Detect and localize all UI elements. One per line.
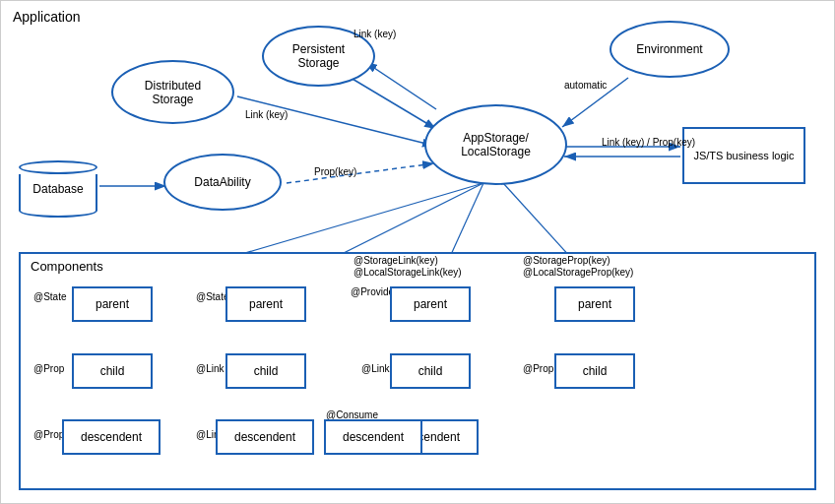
- prop-label-4: @Prop: [523, 363, 553, 374]
- storage-link-label-2: @LocalStorageLink(key): [353, 267, 462, 278]
- parent-node-1: parent: [72, 286, 153, 322]
- storage-link-label-1: @StorageLink(key): [353, 255, 438, 266]
- parent-node-3: parent: [390, 286, 471, 322]
- descendent-node-2: descendent: [216, 419, 314, 455]
- link-label-1: @Link: [196, 363, 225, 374]
- svg-line-5: [237, 96, 434, 146]
- link-label-3: @Link: [361, 363, 390, 374]
- parent-node-2: parent: [225, 286, 306, 322]
- parent-node-4: parent: [554, 286, 635, 322]
- provide-label: @Provide: [351, 286, 394, 297]
- descendent-node-1: descendent: [62, 419, 161, 455]
- link-key-label-2: Link (key): [245, 109, 288, 120]
- svg-line-3: [365, 62, 436, 109]
- distributed-storage-node: Distributed Storage: [111, 60, 234, 124]
- diagram-container: Application: [0, 0, 835, 504]
- link-key-label-1: Link (key): [353, 29, 396, 39]
- storage-prop-label-1: @StorageProp(key): [523, 255, 610, 266]
- prop-key-label: Prop(key): [314, 166, 356, 177]
- prop-label-1: @Prop: [33, 363, 64, 374]
- components-label: Components: [31, 259, 103, 274]
- descendent-node-shared: descendent: [324, 419, 422, 455]
- storage-prop-label-2: @LocalStorageProp(key): [523, 267, 633, 278]
- child-node-3: child: [390, 353, 471, 389]
- child-node-2: child: [225, 353, 306, 389]
- dataability-node: DataAbility: [163, 154, 282, 211]
- appstorage-node: AppStorage/ LocalStorage: [424, 104, 567, 185]
- js-ts-node: JS/TS business logic: [682, 127, 805, 184]
- environment-node: Environment: [610, 21, 730, 78]
- automatic-label: automatic: [564, 80, 607, 91]
- child-node-4: child: [554, 353, 635, 389]
- svg-line-7: [287, 163, 434, 183]
- prop-label-2: @Prop: [33, 429, 64, 440]
- link-key-prop-key-label: Link (key) / Prop(key): [602, 137, 695, 148]
- state-label-2: @State: [196, 291, 229, 302]
- database-node: Database: [19, 160, 97, 218]
- app-label: Application: [13, 9, 81, 25]
- state-label-1: @State: [33, 291, 67, 302]
- child-node-1: child: [72, 353, 153, 389]
